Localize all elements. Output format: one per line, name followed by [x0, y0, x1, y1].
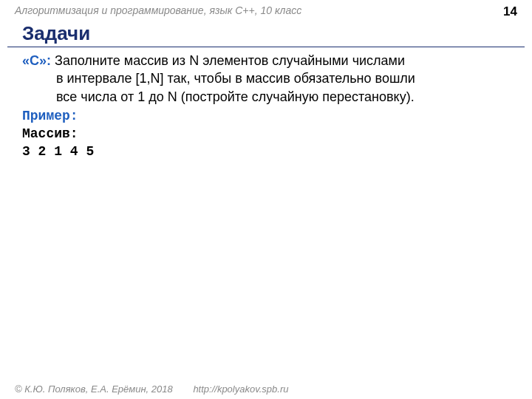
footer-url: http://kpolyakov.spb.ru [193, 383, 288, 395]
page-number: 14 [503, 4, 517, 19]
content: «С»: Заполните массив из N элементов слу… [0, 47, 532, 161]
task-label: «С»: [22, 53, 51, 68]
task-line-2: в интервале [1,N] так, чтобы в массив об… [56, 69, 510, 87]
task-line-3: все числа от 1 до N (постройте случайную… [56, 88, 510, 106]
example-label: Пример: [22, 107, 510, 125]
copyright: © К.Ю. Поляков, Е.А. Ерёмин, 2018 [15, 383, 173, 395]
task-block: «С»: Заполните массив из N элементов слу… [22, 52, 510, 106]
page-title: Задачи [22, 22, 510, 45]
breadcrumb: Алгоритмизация и программирование, язык … [15, 4, 301, 16]
footer: © К.Ю. Поляков, Е.А. Ерёмин, 2018 http:/… [15, 383, 517, 395]
array-label: Массив: [22, 125, 510, 143]
title-block: Задачи [7, 22, 525, 47]
array-values: 3 2 1 4 5 [22, 143, 510, 160]
task-line-1: Заполните массив из N элементов случайны… [51, 53, 405, 68]
header: Алгоритмизация и программирование, язык … [0, 0, 532, 22]
